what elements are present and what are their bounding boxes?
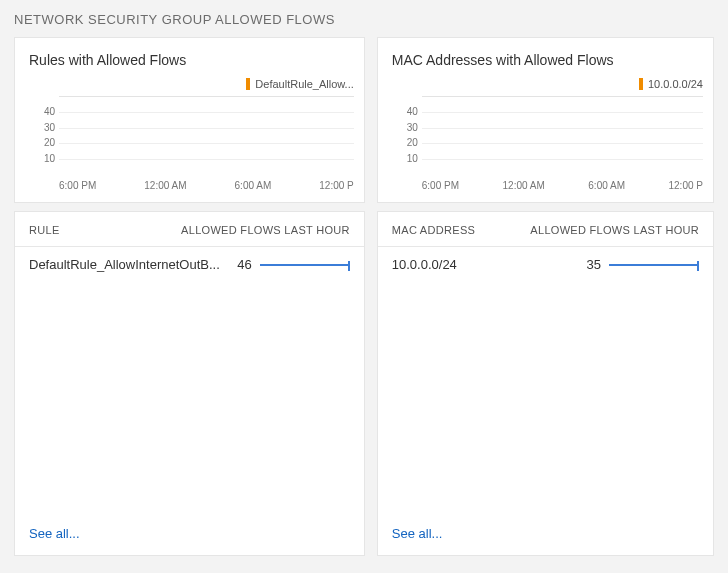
legend-label: DefaultRule_Allow... — [255, 78, 353, 90]
table-card: RULEALLOWED FLOWS LAST HOURDefaultRule_A… — [14, 211, 365, 556]
panel: Rules with Allowed FlowsDefaultRule_Allo… — [14, 37, 365, 556]
bar-tick-icon — [348, 261, 350, 271]
gridline: 30 — [59, 128, 354, 129]
y-tick-label: 20 — [25, 137, 55, 148]
chart-plot-area[interactable]: 10203040 — [59, 96, 354, 176]
row-label: 10.0.0.0/24 — [392, 257, 569, 272]
page-title: NETWORK SECURITY GROUP ALLOWED FLOWS — [14, 12, 714, 27]
y-tick-label: 20 — [388, 137, 418, 148]
x-tick-label: 12:00 AM — [144, 180, 186, 191]
x-tick-label: 6:00 AM — [235, 180, 272, 191]
row-value: 35 — [569, 257, 609, 272]
chart-title: MAC Addresses with Allowed Flows — [388, 52, 703, 68]
gridline: 40 — [422, 112, 703, 113]
row-value: 46 — [220, 257, 260, 272]
table-head: RULEALLOWED FLOWS LAST HOUR — [15, 212, 364, 247]
legend-swatch-icon — [639, 78, 643, 90]
y-tick-label: 30 — [388, 122, 418, 133]
table-card: MAC ADDRESSALLOWED FLOWS LAST HOUR10.0.0… — [377, 211, 714, 556]
bar-fill — [609, 264, 699, 266]
x-tick-label: 6:00 PM — [422, 180, 459, 191]
bar-tick-icon — [697, 261, 699, 271]
chart-legend: DefaultRule_Allow... — [25, 76, 354, 94]
table-row[interactable]: 10.0.0.0/2435 — [392, 247, 699, 282]
x-axis: 6:00 PM12:00 AM6:00 AM12:00 P — [422, 176, 703, 191]
legend-item: 10.0.0.0/24 — [639, 78, 703, 90]
legend-item: DefaultRule_Allow... — [246, 78, 353, 90]
gridline: 20 — [422, 143, 703, 144]
gridline: 10 — [422, 159, 703, 160]
column-header-flows[interactable]: ALLOWED FLOWS LAST HOUR — [181, 224, 350, 236]
y-tick-label: 30 — [25, 122, 55, 133]
chart-plot-area[interactable]: 10203040 — [422, 96, 703, 176]
legend-swatch-icon — [246, 78, 250, 90]
x-tick-label: 12:00 P — [669, 180, 703, 191]
legend-label: 10.0.0.0/24 — [648, 78, 703, 90]
x-tick-label: 6:00 AM — [588, 180, 625, 191]
panel: MAC Addresses with Allowed Flows10.0.0.0… — [377, 37, 714, 556]
y-tick-label: 40 — [25, 106, 55, 117]
y-tick-label: 40 — [388, 106, 418, 117]
column-header-name[interactable]: RULE — [29, 224, 60, 236]
gridline: 30 — [422, 128, 703, 129]
gridline: 20 — [59, 143, 354, 144]
x-tick-label: 6:00 PM — [59, 180, 96, 191]
chart-card: Rules with Allowed FlowsDefaultRule_Allo… — [14, 37, 365, 203]
row-label: DefaultRule_AllowInternetOutB... — [29, 257, 220, 272]
see-all-link[interactable]: See all... — [378, 512, 713, 555]
see-all-link[interactable]: See all... — [15, 512, 364, 555]
table-row[interactable]: DefaultRule_AllowInternetOutB...46 — [29, 247, 350, 282]
chart-title: Rules with Allowed Flows — [25, 52, 354, 68]
column-header-flows[interactable]: ALLOWED FLOWS LAST HOUR — [530, 224, 699, 236]
table-body: DefaultRule_AllowInternetOutB...46 — [15, 247, 364, 512]
gridline: 40 — [59, 112, 354, 113]
row-bar — [609, 261, 699, 269]
gridline: 10 — [59, 159, 354, 160]
panels: Rules with Allowed FlowsDefaultRule_Allo… — [14, 37, 714, 556]
y-tick-label: 10 — [25, 153, 55, 164]
chart-card: MAC Addresses with Allowed Flows10.0.0.0… — [377, 37, 714, 203]
table-head: MAC ADDRESSALLOWED FLOWS LAST HOUR — [378, 212, 713, 247]
column-header-name[interactable]: MAC ADDRESS — [392, 224, 475, 236]
table-body: 10.0.0.0/2435 — [378, 247, 713, 512]
chart-legend: 10.0.0.0/24 — [388, 76, 703, 94]
row-bar — [260, 261, 350, 269]
x-tick-label: 12:00 P — [319, 180, 353, 191]
y-tick-label: 10 — [388, 153, 418, 164]
x-tick-label: 12:00 AM — [503, 180, 545, 191]
x-axis: 6:00 PM12:00 AM6:00 AM12:00 P — [59, 176, 354, 191]
bar-fill — [260, 264, 350, 266]
